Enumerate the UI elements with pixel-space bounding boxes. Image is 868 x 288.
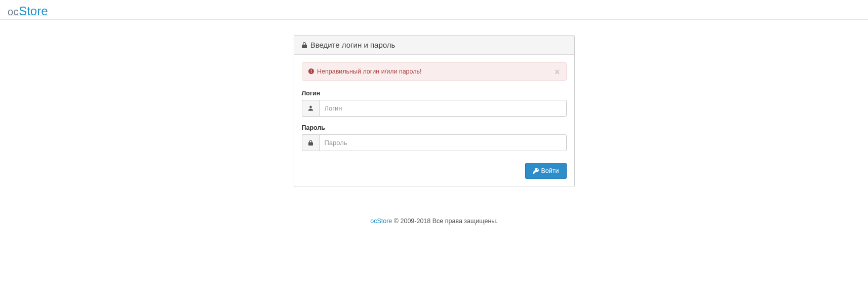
login-button[interactable]: Войти: [525, 163, 567, 179]
alert-message: Неправильный логин и/или пароль!: [317, 68, 422, 75]
brand-suffix: Store: [19, 4, 48, 18]
main-container: Введите логин и пароль Неправильный логи…: [138, 20, 730, 187]
password-group: Пароль: [302, 124, 567, 151]
login-button-label: Войти: [541, 167, 559, 174]
button-row: Войти: [302, 159, 567, 179]
lock-icon: [308, 140, 313, 146]
brand-logo[interactable]: ocStore: [8, 4, 48, 18]
password-input-group: [302, 134, 567, 151]
login-panel: Введите логин и пароль Неправильный логи…: [294, 35, 575, 187]
username-label: Логин: [302, 90, 567, 97]
footer-copyright: © 2009-2018 Все права защищены.: [392, 218, 497, 225]
lock-icon: [302, 42, 307, 48]
footer-brand-link[interactable]: ocStore: [370, 218, 392, 225]
username-input[interactable]: [319, 100, 567, 117]
username-group: Логин: [302, 90, 567, 117]
key-icon: [533, 168, 539, 174]
svg-rect-2: [310, 72, 311, 73]
user-icon-addon: [302, 100, 319, 117]
panel-heading: Введите логин и пароль: [294, 35, 574, 55]
username-input-group: [302, 100, 567, 117]
error-alert: Неправильный логин и/или пароль! ×: [302, 62, 567, 81]
password-input[interactable]: [319, 134, 567, 151]
password-label: Пароль: [302, 124, 567, 131]
panel-title: Введите логин и пароль: [310, 41, 396, 49]
user-icon: [308, 105, 313, 111]
warning-icon: [308, 68, 314, 74]
header: ocStore: [0, 0, 868, 20]
lock-icon-addon: [302, 134, 319, 151]
svg-rect-1: [310, 69, 311, 71]
footer: ocStore © 2009-2018 Все права защищены.: [0, 187, 868, 235]
alert-close-button[interactable]: ×: [555, 67, 560, 78]
brand-prefix: oc: [8, 6, 19, 17]
panel-body: Неправильный логин и/или пароль! × Логин…: [294, 55, 574, 187]
